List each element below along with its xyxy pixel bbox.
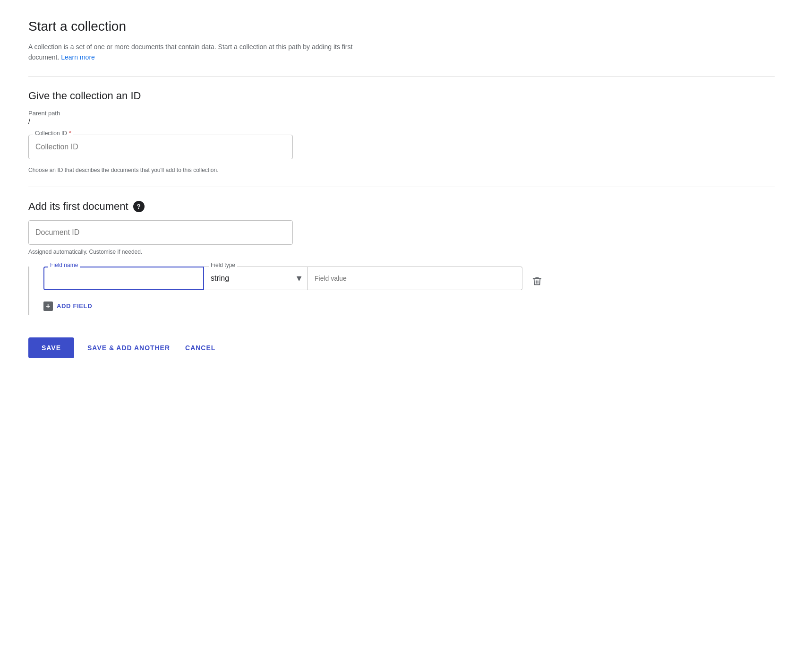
- page-description: A collection is a set of one or more doc…: [28, 42, 359, 63]
- parent-path-value: /: [28, 118, 775, 125]
- field-name-label: Field name: [48, 262, 80, 268]
- cancel-button[interactable]: CANCEL: [183, 337, 217, 358]
- field-row: Field name Field type string number bool…: [43, 267, 548, 290]
- document-section-heading: Add its first document: [28, 200, 128, 213]
- page-title: Start a collection: [28, 19, 775, 34]
- field-type-label: Field type: [209, 262, 237, 268]
- bottom-actions: SAVE SAVE & ADD ANOTHER CANCEL: [28, 337, 775, 358]
- field-value-input[interactable]: [308, 267, 522, 290]
- section-divider: [28, 76, 775, 77]
- field-name-input[interactable]: [43, 267, 204, 290]
- document-id-input[interactable]: [28, 220, 293, 245]
- save-another-button[interactable]: SAVE & ADD ANOTHER: [85, 337, 172, 358]
- parent-path-label: Parent path: [28, 110, 775, 117]
- collection-id-input[interactable]: [28, 135, 293, 159]
- field-name-wrapper: Field name: [43, 267, 204, 290]
- learn-more-link[interactable]: Learn more: [61, 53, 95, 61]
- delete-field-button[interactable]: [526, 272, 548, 290]
- add-field-button[interactable]: + ADD FIELD: [43, 298, 92, 315]
- trash-icon: [532, 276, 542, 286]
- document-section-heading-row: Add its first document ?: [28, 200, 775, 213]
- document-id-hint: Assigned automatically. Customise if nee…: [28, 249, 293, 255]
- collection-id-hint: Choose an ID that describes the document…: [28, 167, 293, 173]
- field-type-wrapper: Field type string number boolean map arr…: [204, 267, 308, 290]
- document-section-divider: [28, 187, 775, 187]
- field-type-select[interactable]: string number boolean map array null tim…: [204, 267, 308, 290]
- add-field-icon: +: [43, 302, 53, 311]
- help-icon[interactable]: ?: [133, 201, 145, 212]
- save-button[interactable]: SAVE: [28, 337, 74, 358]
- fields-container: Field name Field type string number bool…: [28, 267, 548, 315]
- collection-id-float-label: Collection ID*: [33, 130, 73, 137]
- collection-section-heading: Give the collection an ID: [28, 90, 775, 102]
- add-field-label: ADD FIELD: [57, 302, 92, 310]
- required-indicator: *: [69, 130, 71, 137]
- collection-id-wrapper: Collection ID*: [28, 135, 293, 159]
- document-id-wrapper: [28, 220, 293, 245]
